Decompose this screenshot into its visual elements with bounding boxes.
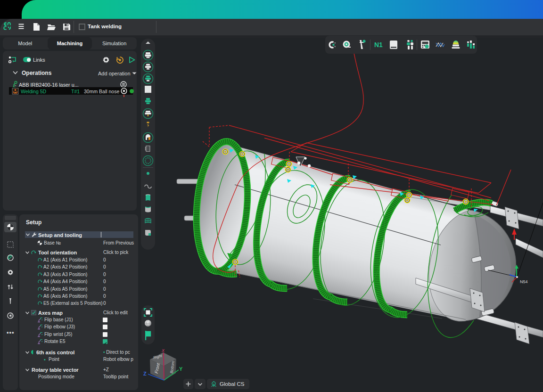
svg-text:X: X <box>161 348 165 353</box>
svg-text:Y: Y <box>179 366 183 372</box>
svg-text:Z: Z <box>143 371 147 376</box>
svg-text:N54: N54 <box>520 279 528 284</box>
